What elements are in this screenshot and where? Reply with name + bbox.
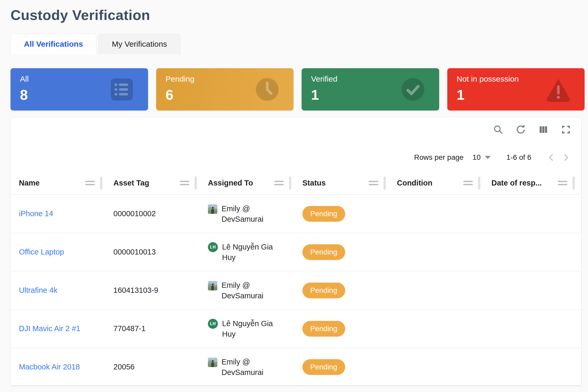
column-header-label: Name bbox=[19, 179, 40, 187]
tab-bar: All Verifications My Verifications bbox=[10, 34, 588, 54]
column-resize-handle[interactable] bbox=[384, 177, 386, 190]
clock-icon bbox=[253, 75, 282, 104]
columns-button[interactable] bbox=[538, 124, 549, 135]
status-badge: Pending bbox=[302, 359, 345, 375]
assigned-to-name: Emily @ DevSamurai bbox=[222, 280, 277, 301]
list-icon bbox=[107, 75, 136, 104]
pagination-range: 1-6 of 6 bbox=[506, 153, 531, 162]
stat-card-not-in-possession[interactable]: Not in possession 1 bbox=[447, 68, 585, 110]
assigned-to-cell: LH Lê Nguyễn Gia Huy bbox=[200, 318, 294, 339]
refresh-button[interactable] bbox=[515, 124, 527, 135]
column-header-4: Condition bbox=[388, 172, 483, 194]
asset-tag-cell: 0000010002 bbox=[105, 209, 200, 218]
column-drag-handle-icon[interactable] bbox=[180, 181, 189, 185]
stat-card-verified[interactable]: Verified 1 bbox=[302, 68, 439, 110]
assigned-to-cell: Emily @ DevSamurai bbox=[200, 203, 294, 224]
chevron-right-icon bbox=[561, 152, 571, 163]
next-page-button[interactable] bbox=[559, 150, 573, 165]
status-badge: Pending bbox=[302, 244, 345, 260]
column-header-label: Date of resp... bbox=[491, 179, 542, 187]
column-drag-handle-icon[interactable] bbox=[85, 181, 95, 185]
tab-all-verifications[interactable]: All Verifications bbox=[10, 34, 96, 54]
asset-name-link[interactable]: iPhone 14 bbox=[19, 209, 53, 218]
table-row: Office Laptop 0000010013 LH Lê Nguyễn Gi… bbox=[10, 233, 581, 271]
status-cell: Pending bbox=[294, 244, 388, 260]
name-cell: DJI Mavic Air 2 #1 bbox=[10, 324, 105, 333]
name-cell: iPhone 14 bbox=[10, 209, 105, 218]
user-avatar-photo bbox=[208, 204, 217, 214]
status-cell: Pending bbox=[294, 359, 388, 375]
user-avatar-photo bbox=[208, 358, 217, 367]
previous-page-button[interactable] bbox=[544, 150, 559, 165]
column-resize-handle[interactable] bbox=[573, 177, 575, 190]
assigned-to-name: Emily @ DevSamurai bbox=[222, 203, 277, 224]
tab-my-verifications[interactable]: My Verifications bbox=[98, 34, 180, 54]
chevron-left-icon bbox=[546, 152, 556, 163]
user-avatar-initials: LH bbox=[208, 319, 218, 329]
asset-name-link[interactable]: Macbook Air 2018 bbox=[19, 363, 80, 371]
table-row: Ultrafine 4k 160413103-9 Emily @ DevSamu… bbox=[10, 271, 581, 310]
column-header-1: Asset Tag bbox=[105, 172, 200, 194]
column-resize-handle[interactable] bbox=[478, 177, 480, 190]
assigned-to-cell: Emily @ DevSamurai bbox=[200, 280, 294, 301]
stat-card-pending[interactable]: Pending 6 bbox=[156, 68, 294, 110]
asset-tag-cell: 770487-1 bbox=[105, 324, 200, 333]
table-panel: Rows per page 10 1-6 of 6 Name bbox=[10, 118, 581, 385]
fullscreen-button[interactable] bbox=[560, 124, 572, 135]
user-avatar-photo bbox=[208, 281, 217, 290]
column-header-0: Name bbox=[10, 172, 105, 194]
status-badge: Pending bbox=[302, 206, 345, 222]
name-cell: Macbook Air 2018 bbox=[10, 363, 105, 371]
table-header-row: Name Asset Tag Assigned To Status Condit… bbox=[10, 172, 581, 195]
search-button[interactable] bbox=[492, 124, 504, 135]
status-badge: Pending bbox=[302, 283, 345, 298]
table-body: iPhone 14 0000010002 Emily @ DevSamurai … bbox=[10, 195, 581, 386]
page-title: Custody Verification bbox=[10, 7, 588, 23]
tab-label: All Verifications bbox=[24, 40, 83, 49]
column-header-2: Assigned To bbox=[200, 172, 294, 194]
custody-verification-page: Custody Verification All Verifications M… bbox=[0, 0, 588, 385]
view-columns-icon bbox=[538, 124, 549, 135]
fullscreen-icon bbox=[561, 124, 571, 135]
assigned-to-name: Lê Nguyễn Gia Huy bbox=[222, 318, 278, 339]
assigned-to-name: Emily @ DevSamurai bbox=[222, 357, 277, 378]
name-cell: Ultrafine 4k bbox=[10, 286, 105, 295]
column-drag-handle-icon[interactable] bbox=[274, 181, 284, 185]
table-row: DJI Mavic Air 2 #1 770487-1 LH Lê Nguyễn… bbox=[10, 310, 581, 348]
column-header-label: Status bbox=[302, 179, 326, 187]
column-header-label: Condition bbox=[397, 179, 432, 187]
asset-name-link[interactable]: DJI Mavic Air 2 #1 bbox=[19, 324, 80, 333]
assigned-to-cell: LH Lê Nguyễn Gia Huy bbox=[200, 242, 294, 263]
column-drag-handle-icon[interactable] bbox=[369, 181, 378, 185]
column-drag-handle-icon[interactable] bbox=[463, 181, 473, 185]
column-header-5: Date of resp... bbox=[483, 172, 578, 194]
rows-per-page-value: 10 bbox=[472, 153, 481, 162]
table-row: iPhone 14 0000010002 Emily @ DevSamurai … bbox=[10, 195, 581, 233]
column-header-3: Status bbox=[294, 172, 388, 194]
caret-down-icon bbox=[485, 156, 491, 159]
warning-icon bbox=[544, 75, 573, 104]
asset-name-link[interactable]: Office Laptop bbox=[19, 248, 64, 256]
column-header-label: Assigned To bbox=[208, 179, 253, 187]
stat-cards: All 8 Pending 6 Verified 1 bbox=[10, 68, 585, 110]
rows-per-page-select[interactable]: 10 bbox=[472, 153, 491, 162]
pagination: Rows per page 10 1-6 of 6 bbox=[10, 150, 581, 165]
column-header-label: Asset Tag bbox=[113, 179, 149, 187]
check-circle-icon bbox=[398, 75, 428, 104]
refresh-icon bbox=[516, 124, 526, 135]
asset-tag-cell: 0000010013 bbox=[105, 248, 200, 256]
column-resize-handle[interactable] bbox=[100, 177, 102, 190]
stat-card-all[interactable]: All 8 bbox=[10, 68, 148, 110]
column-resize-handle[interactable] bbox=[195, 177, 197, 190]
assigned-to-name: Lê Nguyễn Gia Huy bbox=[222, 242, 278, 263]
column-drag-handle-icon[interactable] bbox=[558, 181, 567, 185]
status-cell: Pending bbox=[294, 321, 388, 337]
status-badge: Pending bbox=[302, 321, 345, 337]
search-icon bbox=[493, 124, 503, 135]
asset-tag-cell: 160413103-9 bbox=[105, 286, 200, 295]
asset-name-link[interactable]: Ultrafine 4k bbox=[19, 286, 57, 294]
asset-tag-cell: 20056 bbox=[105, 363, 200, 371]
tab-label: My Verifications bbox=[112, 40, 167, 49]
user-avatar-initials: LH bbox=[208, 242, 218, 252]
column-resize-handle[interactable] bbox=[289, 177, 291, 190]
